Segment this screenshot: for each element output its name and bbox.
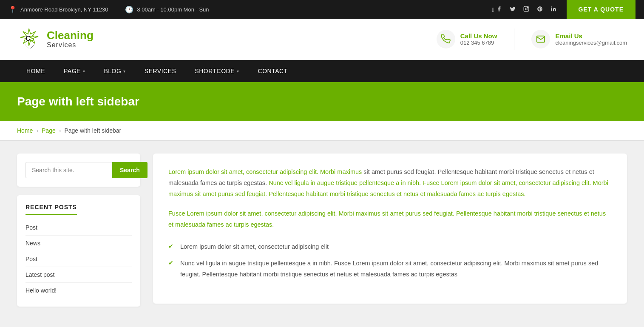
header-contact: Call Us Now 012 345 6789 Email Us cleani… (437, 28, 627, 50)
list-item[interactable]: Latest post (26, 267, 132, 283)
logo-text: Cleaning Services (47, 29, 94, 49)
twitter-icon[interactable] (510, 6, 516, 13)
svg-rect-0 (524, 6, 529, 11)
svg-point-1 (525, 8, 527, 10)
nav-label-contact: CONTACT (258, 68, 288, 74)
content-para-2: Fusce Lorem ipsum dolor sit amet, consec… (168, 208, 612, 230)
list-item[interactable]: Post (26, 220, 132, 236)
phone-icon (437, 30, 455, 48)
logo-icon: C S (17, 26, 43, 52)
main-nav: HOME PAGE ▾ BLOG ▾ SERVICES SHORTCODE ▾ … (0, 60, 644, 82)
email-value: cleaningservices@gmail.com (555, 40, 627, 46)
content-checklist: Lorem ipsum dolor sit amet, consectetur … (168, 239, 612, 282)
nav-item-blog[interactable]: BLOG ▾ (94, 60, 135, 82)
list-item[interactable]: News (26, 236, 132, 251)
breadcrumb-home[interactable]: Home (17, 127, 33, 134)
pinterest-icon[interactable] (537, 6, 543, 13)
nav-label-shortcode: SHORTCODE (195, 68, 235, 74)
nav-label-home: HOME (26, 68, 45, 74)
sidebar-recent-posts: RECENT POSTS Post News Post Latest post … (17, 195, 140, 307)
header-divider (514, 28, 514, 50)
get-quote-button[interactable]: GET A QUOTE (567, 0, 635, 19)
top-bar-left: 📍 Anmoore Road Brooklyn, NY 11230 🕐 8.00… (9, 6, 482, 14)
chevron-down-icon: ▾ (83, 69, 85, 74)
content-text: Fusce Lorem ipsum dolor sit amet, consec… (168, 210, 606, 228)
nav-label-services: SERVICES (145, 68, 176, 74)
list-item[interactable]: Hello world! (26, 283, 132, 298)
breadcrumb: Home › Page › Page with left sidebar (0, 121, 644, 141)
hours-item: 🕐 8.00am - 10.00pm Mon - Sun (125, 6, 209, 14)
content-text: Lorem ipsum dolor sit amet, consectetur … (168, 168, 362, 175)
page-hero: Page with left sidebar (0, 82, 644, 121)
email-icon (531, 30, 550, 48)
breadcrumb-sep-2: › (59, 127, 61, 134)
site-header: C S Cleaning Services Call Us Now 012 34… (0, 19, 644, 60)
nav-label-blog: BLOG (104, 68, 121, 74)
facebook-icon[interactable]:  (492, 6, 502, 13)
top-bar: 📍 Anmoore Road Brooklyn, NY 11230 🕐 8.00… (0, 0, 644, 19)
main-layout: Search RECENT POSTS Post News Post Lates… (0, 141, 644, 319)
list-item[interactable]: Post (26, 251, 132, 267)
nav-item-page[interactable]: PAGE ▾ (54, 60, 94, 82)
nav-item-home[interactable]: HOME (17, 60, 54, 82)
checklist-item: Nunc vel ligula in augue tristique pelle… (168, 255, 612, 282)
call-text: Call Us Now 012 345 6789 (460, 32, 497, 46)
email-label: Email Us (555, 32, 627, 40)
svg-text:S: S (30, 35, 34, 42)
breadcrumb-sep-1: › (36, 127, 38, 134)
search-button[interactable]: Search (112, 162, 148, 178)
location-icon: 📍 (9, 6, 17, 14)
social-icons:  (482, 0, 567, 19)
nav-item-shortcode[interactable]: SHORTCODE ▾ (185, 60, 248, 82)
chevron-down-icon: ▾ (237, 69, 239, 74)
hours-text: 8.00am - 10.00pm Mon - Sun (137, 6, 209, 13)
address-text: Anmoore Road Brooklyn, NY 11230 (20, 6, 108, 13)
address-item: 📍 Anmoore Road Brooklyn, NY 11230 (9, 6, 108, 14)
search-input[interactable] (26, 162, 112, 178)
content-text: Nunc vel ligula in augue tristique pelle… (168, 179, 608, 197)
breadcrumb-current: Page with left sidebar (64, 127, 121, 134)
call-label: Call Us Now (460, 32, 497, 40)
page-title: Page with left sidebar (17, 95, 627, 108)
linkedin-icon[interactable] (550, 6, 556, 13)
checklist-item: Lorem ipsum dolor sit amet, consectetur … (168, 239, 612, 255)
svg-point-2 (527, 7, 528, 8)
instagram-icon[interactable] (523, 6, 529, 13)
logo-sub: Services (47, 41, 94, 49)
clock-icon: 🕐 (125, 6, 133, 14)
breadcrumb-page[interactable]: Page (42, 127, 56, 134)
call-value: 012 345 6789 (460, 40, 497, 46)
nav-item-contact[interactable]: CONTACT (249, 60, 297, 82)
email-text: Email Us cleaningservices@gmail.com (555, 32, 627, 46)
email-item: Email Us cleaningservices@gmail.com (531, 30, 627, 48)
logo[interactable]: C S Cleaning Services (17, 26, 437, 52)
call-item: Call Us Now 012 345 6789 (437, 30, 497, 48)
sidebar: Search RECENT POSTS Post News Post Lates… (17, 154, 140, 307)
nav-item-services[interactable]: SERVICES (135, 60, 186, 82)
content-para-1: Lorem ipsum dolor sit amet, consectetur … (168, 166, 612, 199)
sidebar-search-box: Search (17, 154, 140, 187)
logo-brand: Cleaning (47, 29, 94, 42)
main-content: Lorem ipsum dolor sit amet, consectetur … (153, 154, 627, 304)
recent-posts-list: Post News Post Latest post Hello world! (26, 220, 132, 298)
recent-posts-title: RECENT POSTS (26, 204, 77, 215)
chevron-down-icon: ▾ (123, 69, 126, 74)
nav-label-page: PAGE (64, 68, 81, 74)
svg-point-3 (551, 6, 552, 7)
